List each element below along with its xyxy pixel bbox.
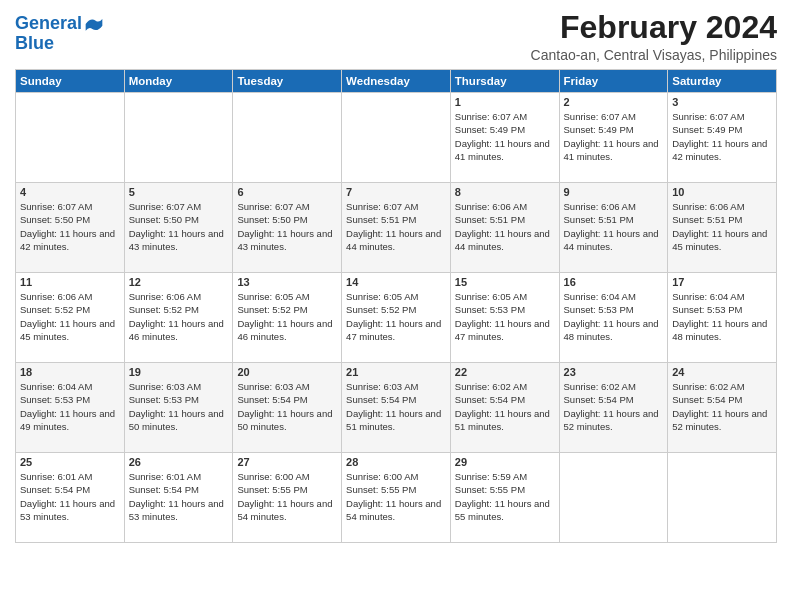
day-info: Sunrise: 6:07 AM Sunset: 5:50 PM Dayligh… [129,200,229,253]
day-info: Sunrise: 6:03 AM Sunset: 5:54 PM Dayligh… [346,380,446,433]
day-number: 3 [672,96,772,108]
col-header-sunday: Sunday [16,70,125,93]
calendar-cell [124,93,233,183]
day-number: 26 [129,456,229,468]
day-info: Sunrise: 6:05 AM Sunset: 5:52 PM Dayligh… [346,290,446,343]
logo-text: General [15,14,82,34]
day-info: Sunrise: 6:06 AM Sunset: 5:51 PM Dayligh… [564,200,664,253]
day-number: 18 [20,366,120,378]
day-number: 24 [672,366,772,378]
calendar-cell: 4Sunrise: 6:07 AM Sunset: 5:50 PM Daylig… [16,183,125,273]
day-number: 23 [564,366,664,378]
day-number: 28 [346,456,446,468]
calendar-cell: 17Sunrise: 6:04 AM Sunset: 5:53 PM Dayli… [668,273,777,363]
col-header-friday: Friday [559,70,668,93]
day-number: 15 [455,276,555,288]
day-info: Sunrise: 6:04 AM Sunset: 5:53 PM Dayligh… [20,380,120,433]
day-info: Sunrise: 6:03 AM Sunset: 5:54 PM Dayligh… [237,380,337,433]
calendar-cell: 23Sunrise: 6:02 AM Sunset: 5:54 PM Dayli… [559,363,668,453]
logo-text2: Blue [15,34,104,54]
day-number: 13 [237,276,337,288]
day-info: Sunrise: 6:01 AM Sunset: 5:54 PM Dayligh… [20,470,120,523]
day-number: 21 [346,366,446,378]
month-title: February 2024 [531,10,777,45]
day-info: Sunrise: 5:59 AM Sunset: 5:55 PM Dayligh… [455,470,555,523]
day-number: 1 [455,96,555,108]
day-info: Sunrise: 6:02 AM Sunset: 5:54 PM Dayligh… [672,380,772,433]
calendar-cell: 28Sunrise: 6:00 AM Sunset: 5:55 PM Dayli… [342,453,451,543]
col-header-thursday: Thursday [450,70,559,93]
calendar-cell: 2Sunrise: 6:07 AM Sunset: 5:49 PM Daylig… [559,93,668,183]
calendar-cell: 10Sunrise: 6:06 AM Sunset: 5:51 PM Dayli… [668,183,777,273]
page-header: General Blue February 2024 Cantao-an, Ce… [15,10,777,63]
calendar-cell: 6Sunrise: 6:07 AM Sunset: 5:50 PM Daylig… [233,183,342,273]
day-number: 17 [672,276,772,288]
day-info: Sunrise: 6:06 AM Sunset: 5:52 PM Dayligh… [20,290,120,343]
calendar-cell: 15Sunrise: 6:05 AM Sunset: 5:53 PM Dayli… [450,273,559,363]
day-number: 14 [346,276,446,288]
col-header-monday: Monday [124,70,233,93]
day-info: Sunrise: 6:06 AM Sunset: 5:51 PM Dayligh… [672,200,772,253]
day-info: Sunrise: 6:07 AM Sunset: 5:49 PM Dayligh… [455,110,555,163]
day-info: Sunrise: 6:07 AM Sunset: 5:50 PM Dayligh… [20,200,120,253]
day-info: Sunrise: 6:07 AM Sunset: 5:49 PM Dayligh… [672,110,772,163]
calendar-cell: 26Sunrise: 6:01 AM Sunset: 5:54 PM Dayli… [124,453,233,543]
day-info: Sunrise: 6:03 AM Sunset: 5:53 PM Dayligh… [129,380,229,433]
calendar-cell [16,93,125,183]
day-number: 4 [20,186,120,198]
calendar-cell: 20Sunrise: 6:03 AM Sunset: 5:54 PM Dayli… [233,363,342,453]
day-info: Sunrise: 6:05 AM Sunset: 5:53 PM Dayligh… [455,290,555,343]
day-number: 25 [20,456,120,468]
day-number: 16 [564,276,664,288]
day-info: Sunrise: 6:07 AM Sunset: 5:49 PM Dayligh… [564,110,664,163]
calendar-cell: 19Sunrise: 6:03 AM Sunset: 5:53 PM Dayli… [124,363,233,453]
day-number: 2 [564,96,664,108]
day-info: Sunrise: 6:01 AM Sunset: 5:54 PM Dayligh… [129,470,229,523]
calendar-cell: 29Sunrise: 5:59 AM Sunset: 5:55 PM Dayli… [450,453,559,543]
day-number: 5 [129,186,229,198]
day-number: 9 [564,186,664,198]
title-block: February 2024 Cantao-an, Central Visayas… [531,10,777,63]
day-info: Sunrise: 6:05 AM Sunset: 5:52 PM Dayligh… [237,290,337,343]
day-number: 29 [455,456,555,468]
calendar-cell: 7Sunrise: 6:07 AM Sunset: 5:51 PM Daylig… [342,183,451,273]
calendar-cell: 1Sunrise: 6:07 AM Sunset: 5:49 PM Daylig… [450,93,559,183]
day-info: Sunrise: 6:00 AM Sunset: 5:55 PM Dayligh… [346,470,446,523]
day-number: 6 [237,186,337,198]
location-subtitle: Cantao-an, Central Visayas, Philippines [531,47,777,63]
calendar-table: SundayMondayTuesdayWednesdayThursdayFrid… [15,69,777,543]
calendar-cell [668,453,777,543]
day-info: Sunrise: 6:04 AM Sunset: 5:53 PM Dayligh… [564,290,664,343]
day-number: 10 [672,186,772,198]
day-info: Sunrise: 6:07 AM Sunset: 5:50 PM Dayligh… [237,200,337,253]
calendar-cell: 14Sunrise: 6:05 AM Sunset: 5:52 PM Dayli… [342,273,451,363]
logo: General Blue [15,14,104,54]
calendar-cell: 11Sunrise: 6:06 AM Sunset: 5:52 PM Dayli… [16,273,125,363]
day-number: 11 [20,276,120,288]
calendar-cell: 18Sunrise: 6:04 AM Sunset: 5:53 PM Dayli… [16,363,125,453]
calendar-cell: 9Sunrise: 6:06 AM Sunset: 5:51 PM Daylig… [559,183,668,273]
day-number: 20 [237,366,337,378]
calendar-cell: 22Sunrise: 6:02 AM Sunset: 5:54 PM Dayli… [450,363,559,453]
day-number: 8 [455,186,555,198]
day-info: Sunrise: 6:02 AM Sunset: 5:54 PM Dayligh… [564,380,664,433]
day-info: Sunrise: 6:07 AM Sunset: 5:51 PM Dayligh… [346,200,446,253]
calendar-cell [342,93,451,183]
col-header-tuesday: Tuesday [233,70,342,93]
day-number: 19 [129,366,229,378]
calendar-cell: 5Sunrise: 6:07 AM Sunset: 5:50 PM Daylig… [124,183,233,273]
day-info: Sunrise: 6:02 AM Sunset: 5:54 PM Dayligh… [455,380,555,433]
logo-icon [84,14,104,34]
day-number: 22 [455,366,555,378]
calendar-cell: 21Sunrise: 6:03 AM Sunset: 5:54 PM Dayli… [342,363,451,453]
day-info: Sunrise: 6:06 AM Sunset: 5:51 PM Dayligh… [455,200,555,253]
calendar-cell: 16Sunrise: 6:04 AM Sunset: 5:53 PM Dayli… [559,273,668,363]
col-header-wednesday: Wednesday [342,70,451,93]
calendar-cell: 3Sunrise: 6:07 AM Sunset: 5:49 PM Daylig… [668,93,777,183]
calendar-cell: 24Sunrise: 6:02 AM Sunset: 5:54 PM Dayli… [668,363,777,453]
day-number: 12 [129,276,229,288]
calendar-cell: 13Sunrise: 6:05 AM Sunset: 5:52 PM Dayli… [233,273,342,363]
calendar-cell: 8Sunrise: 6:06 AM Sunset: 5:51 PM Daylig… [450,183,559,273]
calendar-cell: 27Sunrise: 6:00 AM Sunset: 5:55 PM Dayli… [233,453,342,543]
day-number: 7 [346,186,446,198]
